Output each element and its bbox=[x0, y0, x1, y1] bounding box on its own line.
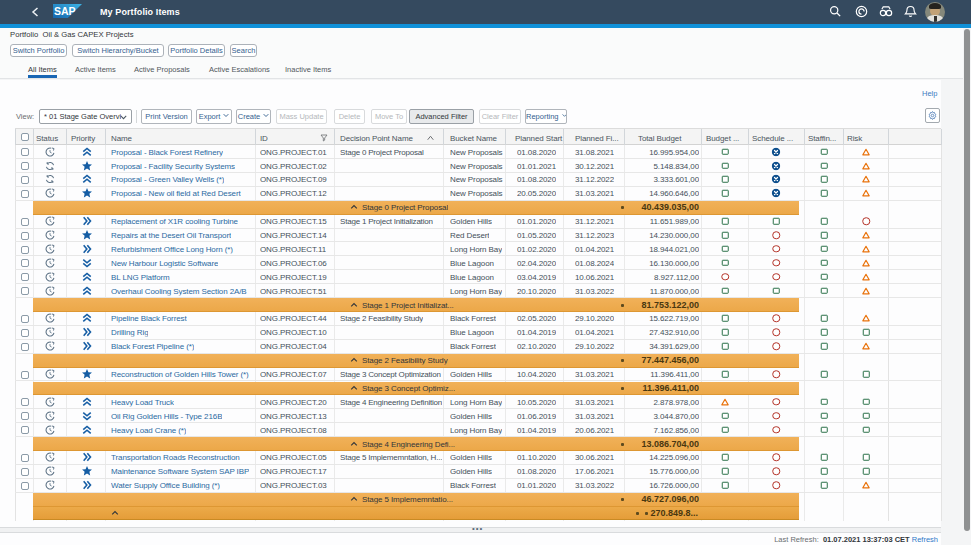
svg-text:SAP: SAP bbox=[54, 5, 76, 17]
